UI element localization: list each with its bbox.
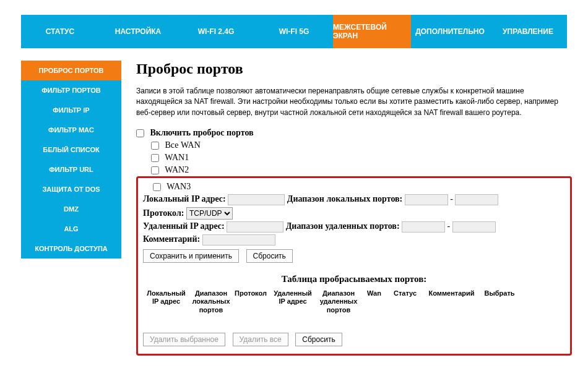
protocol-label: Протокол:	[143, 208, 184, 218]
top-navigation: СТАТУС НАСТРОЙКА WI-FI 2.4G WI-FI 5G МЕЖ…	[21, 15, 567, 48]
wan1-checkbox[interactable]	[151, 154, 159, 162]
reset-form-button[interactable]: Сбросить	[246, 249, 293, 263]
th-comment: Комментарий	[422, 288, 481, 315]
local-port-from-input[interactable]	[405, 194, 448, 205]
wan1-label: WAN1	[165, 153, 189, 162]
nav-management[interactable]: УПРАВЛЕНИЕ	[489, 15, 567, 48]
sidebar: ПРОБРОС ПОРТОВ ФИЛЬТР ПОРТОВ ФИЛЬТР IP Ф…	[21, 61, 121, 356]
sidebar-access[interactable]: КОНТРОЛЬ ДОСТУПА	[21, 239, 121, 258]
local-ip-input[interactable]	[228, 194, 285, 205]
delete-all-button[interactable]: Удалить все	[233, 333, 288, 346]
wan-all-label: Все WAN	[165, 140, 201, 150]
sidebar-url-filter[interactable]: ФИЛЬТР URL	[21, 160, 121, 179]
remote-ip-input[interactable]	[227, 221, 283, 233]
main-content: Проброс портов Записи в этой таблице поз…	[121, 61, 576, 356]
wan3-label: WAN3	[166, 182, 191, 191]
th-wan: Wan	[360, 288, 388, 315]
protocol-select[interactable]: TCP/UDP	[186, 207, 233, 220]
reset-table-button[interactable]: Сбросить	[295, 333, 342, 346]
forward-table-title: Таблица пробрасываемых портов:	[143, 274, 565, 284]
remote-port-dash: -	[447, 221, 451, 231]
th-remote-ip: Удаленный IP адрес	[269, 288, 317, 315]
enable-port-forward-label: Включить проброс портов	[150, 128, 254, 137]
th-local-port: Диапазон локальных портов	[189, 288, 233, 315]
sidebar-ip-filter[interactable]: ФИЛЬТР IP	[21, 100, 121, 120]
nav-status[interactable]: СТАТУС	[21, 15, 99, 48]
comment-input[interactable]	[202, 234, 275, 246]
port-forward-form-highlight: WAN3 Локальный IP адрес: Диапазон локаль…	[136, 176, 572, 356]
nav-wifi24[interactable]: WI-FI 2.4G	[177, 15, 255, 48]
nav-setup[interactable]: НАСТРОЙКА	[99, 15, 177, 48]
th-status: Статус	[388, 288, 422, 315]
local-port-to-input[interactable]	[455, 194, 498, 205]
save-apply-button[interactable]: Сохранить и применить	[143, 249, 239, 263]
remote-port-label: Диапазон удаленных портов:	[286, 221, 400, 231]
th-remote-port: Диапазон удаленных портов	[317, 288, 360, 315]
remote-ip-label: Удаленный IP адрес:	[143, 221, 225, 231]
sidebar-dos[interactable]: ЗАЩИТА ОТ DOS	[21, 179, 121, 199]
sidebar-port-forward[interactable]: ПРОБРОС ПОРТОВ	[21, 61, 121, 80]
nav-wifi5[interactable]: WI-FI 5G	[255, 15, 333, 48]
wan3-checkbox[interactable]	[153, 183, 161, 191]
sidebar-port-filter[interactable]: ФИЛЬТР ПОРТОВ	[21, 80, 121, 100]
wan2-label: WAN2	[165, 165, 189, 174]
th-local-ip: Локальный IP адрес	[143, 288, 189, 315]
nav-advanced[interactable]: ДОПОЛНИТЕЛЬНО	[411, 15, 489, 48]
local-port-dash: -	[450, 194, 453, 203]
remote-port-from-input[interactable]	[402, 221, 445, 233]
nav-firewall[interactable]: МЕЖСЕТЕВОЙ ЭКРАН	[333, 15, 411, 48]
sidebar-whitelist[interactable]: БЕЛЫЙ СПИСОК	[21, 140, 121, 160]
wan-all-checkbox[interactable]	[151, 142, 159, 150]
delete-selected-button[interactable]: Удалить выбранное	[143, 333, 225, 346]
local-port-label: Диапазон локальных портов:	[287, 194, 403, 203]
sidebar-dmz[interactable]: DMZ	[21, 199, 121, 219]
th-protocol: Протокол	[233, 288, 269, 315]
local-ip-label: Локальный IP адрес:	[143, 194, 226, 203]
page-description: Записи в этой таблице позволяют автомати…	[136, 86, 572, 118]
wan2-checkbox[interactable]	[151, 166, 159, 174]
remote-port-to-input[interactable]	[452, 221, 496, 233]
page-title: Проброс портов	[136, 61, 572, 77]
sidebar-mac-filter[interactable]: ФИЛЬТР MAC	[21, 120, 121, 140]
comment-label: Комментарий:	[143, 234, 200, 244]
th-select: Выбрать	[481, 288, 518, 315]
forward-table-header: Локальный IP адрес Диапазон локальных по…	[143, 288, 565, 315]
enable-port-forward-checkbox[interactable]	[136, 129, 144, 137]
sidebar-alg[interactable]: ALG	[21, 219, 121, 239]
